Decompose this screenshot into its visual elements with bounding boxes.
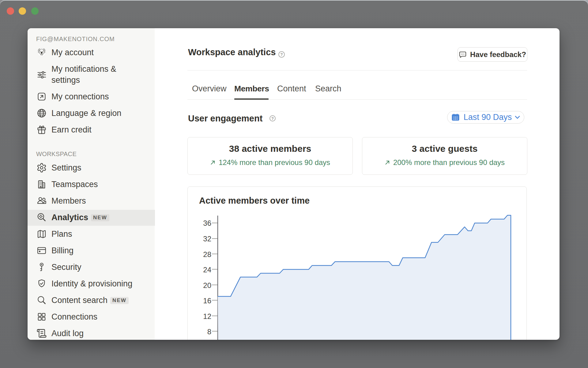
svg-text:24: 24 bbox=[203, 266, 211, 274]
svg-text:8: 8 bbox=[207, 328, 211, 336]
svg-text:32: 32 bbox=[203, 235, 211, 243]
svg-text:16: 16 bbox=[203, 297, 211, 305]
svg-text:28: 28 bbox=[203, 250, 211, 259]
svg-text:36: 36 bbox=[203, 219, 211, 227]
svg-text:20: 20 bbox=[203, 281, 211, 289]
svg-text:12: 12 bbox=[203, 312, 211, 320]
